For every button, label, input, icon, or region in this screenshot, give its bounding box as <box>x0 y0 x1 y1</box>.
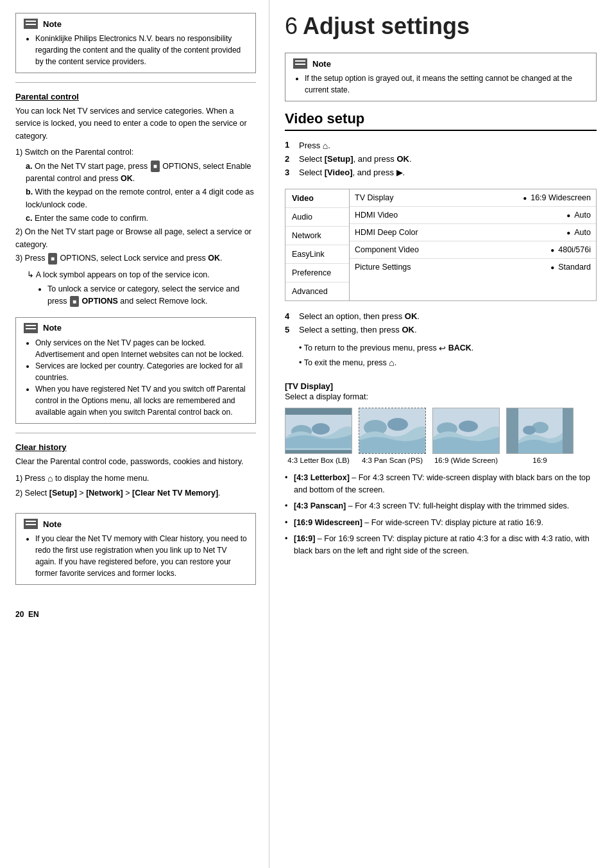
svg-point-7 <box>387 418 408 431</box>
right-note-label: Note <box>312 59 331 69</box>
note-icon-3 <box>24 519 38 529</box>
menu-label-tv-display: TV Display <box>355 193 519 202</box>
value-hdmi-deep: Auto <box>574 228 591 237</box>
note-header-2: Note <box>24 323 248 333</box>
menu-item-advanced[interactable]: Advanced <box>285 282 349 300</box>
right-note-header: Note <box>293 58 588 69</box>
page-number: 20 EN <box>15 610 256 619</box>
note-label-2: Note <box>43 323 62 333</box>
vstep-5-text: Select a setting, then press OK. <box>299 324 417 337</box>
format-16-9: 16:9 <box>506 408 574 464</box>
display-formats: 4:3 Letter Box (LB) 4:3 Pan Scan (PS) <box>285 408 597 464</box>
menu-item-video[interactable]: Video <box>285 189 349 208</box>
clear-history-heading: Clear history <box>15 442 256 452</box>
dot-component: ● <box>550 247 554 254</box>
left-column: Note Koninklijke Philips Electronics N.V… <box>0 0 269 868</box>
divider-1 <box>15 82 256 83</box>
note-box-2: Note Only services on the Net TV pages c… <box>15 317 256 424</box>
dot-picture: ● <box>550 264 554 271</box>
note-icon-2 <box>24 323 38 333</box>
svg-point-15 <box>523 426 536 435</box>
menu-right-panel: TV Display ● 16:9 Widescreen HDMI Video … <box>350 189 596 300</box>
note-item-1-1: Koninklijke Philips Electronics N.V. bea… <box>35 33 248 67</box>
parental-control-heading: Parental control <box>15 92 256 101</box>
chapter-title-text: Adjust settings <box>303 13 470 39</box>
step-a: a. On the Net TV start page, press ■ OPT… <box>26 161 256 186</box>
format-label-panscan: 4:3 Pan Scan (PS) <box>362 456 423 464</box>
clear-history-intro: Clear the Parental control code, passwor… <box>15 456 256 468</box>
format-label-widescreen: 16:9 (Wide Screen) <box>434 456 498 464</box>
vstep-2-text: Select [Setup], and press OK. <box>299 153 412 166</box>
note-box-1: Note Koninklijke Philips Electronics N.V… <box>15 13 256 73</box>
bottom-bullet-2: [4:3 Panscan] – For 4:3 screen TV: full-… <box>285 500 597 512</box>
options-icon-3: ■ <box>70 296 79 307</box>
step-2: 2) On the Net TV start page or Browse al… <box>15 226 256 251</box>
home-icon-1: ⌂ <box>47 473 53 483</box>
format-img-widescreen <box>432 408 500 454</box>
menu-item-preference[interactable]: Preference <box>285 264 349 282</box>
note3-item-1: If you clear the Net TV memory with Clea… <box>35 533 248 579</box>
parental-bullet: To unlock a service or category, select … <box>47 283 256 308</box>
value-hdmi-video: Auto <box>574 211 591 220</box>
right-note-box: Note If the setup option is grayed out, … <box>285 53 597 101</box>
parental-control-steps: 1) Switch on the Parental control: a. On… <box>15 146 256 265</box>
menu-item-network[interactable]: Network <box>285 227 349 245</box>
step-3-text: Press ■ OPTIONS, select Lock service and… <box>25 254 223 263</box>
format-panscan: 4:3 Pan Scan (PS) <box>359 408 426 464</box>
menu-label-component: Component Video <box>355 245 547 254</box>
step-c: c. Enter the same code to confirm. <box>26 213 256 225</box>
options-icon-2: ■ <box>48 253 57 265</box>
video-setup-steps: 1 Press ⌂. 2 Select [Setup], and press O… <box>285 139 597 180</box>
note-icon-1 <box>24 19 38 29</box>
menu-table: Video Audio Network EasyLink Preference … <box>285 189 597 301</box>
step-a-text: On the Net TV start page, press ■ OPTION… <box>26 162 251 183</box>
divider-2 <box>15 433 256 433</box>
note-label-3: Note <box>43 519 62 529</box>
tv-display-label: [TV Display] <box>285 381 597 391</box>
chapter-title: 6Adjust settings <box>285 13 597 40</box>
format-img-letterbox <box>285 408 352 454</box>
sub-bullets: To return to the previous menu, press ↩ … <box>299 342 597 370</box>
menu-row-hdmi-video: HDMI Video ● Auto <box>350 207 596 224</box>
svg-point-4 <box>312 423 330 435</box>
home-icon-3: ⌂ <box>389 358 394 368</box>
arrow-item: A lock symbol appears on top of the serv… <box>27 269 256 281</box>
menu-row-tv-display: TV Display ● 16:9 Widescreen <box>350 189 596 207</box>
sub-bullet-back: To return to the previous menu, press ↩ … <box>299 342 597 355</box>
menu-label-picture: Picture Settings <box>355 263 547 272</box>
note-list-3: If you clear the Net TV memory with Clea… <box>24 533 248 579</box>
back-icon: ↩ <box>439 343 446 353</box>
menu-label-hdmi-deep: HDMI Deep Color <box>355 228 563 237</box>
format-label-16-9: 16:9 <box>532 456 547 464</box>
video-setup-steps2: 4 Select an option, then press OK. 5 Sel… <box>285 310 597 337</box>
clear-history-steps: 1) Press ⌂ to display the home menu. 2) … <box>15 472 256 499</box>
menu-row-picture: Picture Settings ● Standard <box>350 259 596 275</box>
svg-rect-13 <box>563 408 574 454</box>
format-img-panscan <box>359 408 426 454</box>
svg-rect-1 <box>285 408 352 415</box>
note-label-1: Note <box>43 19 62 29</box>
note-header-3: Note <box>24 519 248 529</box>
menu-item-audio[interactable]: Audio <box>285 208 349 227</box>
menu-row-hdmi-deep: HDMI Deep Color ● Auto <box>350 224 596 241</box>
note-list-1: Koninklijke Philips Electronics N.V. bea… <box>24 33 248 67</box>
vstep-4: 4 Select an option, then press OK. <box>285 310 597 324</box>
svg-point-10 <box>459 421 478 432</box>
menu-label-hdmi-video: HDMI Video <box>355 211 563 220</box>
step-1: 1) Switch on the Parental control: <box>15 146 256 159</box>
note2-item-3: When you have registered Net TV and you … <box>35 383 248 418</box>
note2-item-1: Only services on the Net TV pages can be… <box>35 337 248 360</box>
tv-display-sub: Select a display format: <box>285 392 597 401</box>
format-letterbox: 4:3 Letter Box (LB) <box>285 408 352 464</box>
bottom-bullet-4: [16:9] – For 16:9 screen TV: display pic… <box>285 533 597 558</box>
right-column: 6Adjust settings Note If the setup optio… <box>269 0 612 868</box>
vstep-1: 1 Press ⌂. <box>285 139 597 153</box>
menu-item-easylink[interactable]: EasyLink <box>285 245 349 264</box>
format-img-16-9 <box>506 408 574 454</box>
parental-bullet-list: To unlock a service or category, select … <box>36 283 256 308</box>
bottom-bullet-1: [4:3 Letterbox] – For 4:3 screen TV: wid… <box>285 472 597 497</box>
vstep-3-text: Select [Video], and press ▶. <box>299 166 405 180</box>
menu-left-panel: Video Audio Network EasyLink Preference … <box>285 189 350 300</box>
note-header-1: Note <box>24 19 248 29</box>
note-box-3: Note If you clear the Net TV memory with… <box>15 513 256 585</box>
